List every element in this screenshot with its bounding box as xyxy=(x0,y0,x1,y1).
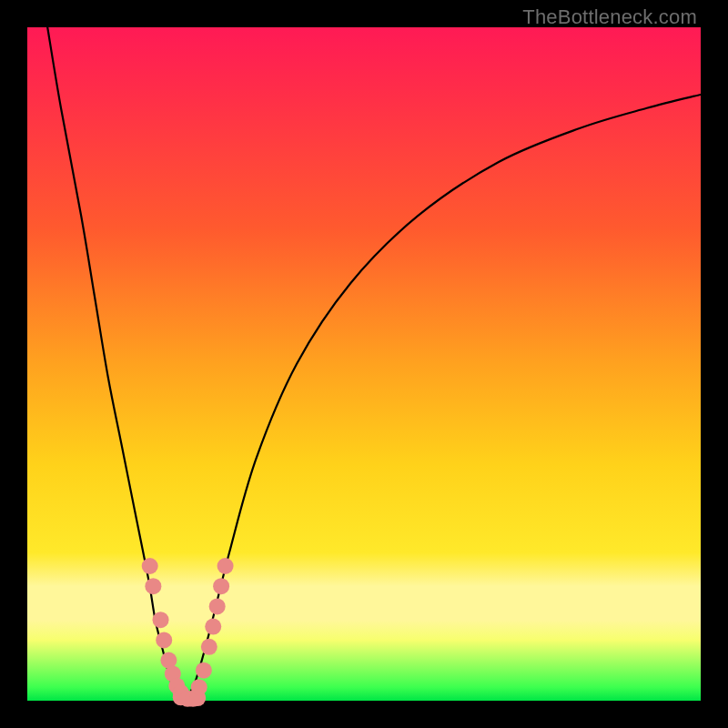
data-point xyxy=(191,679,207,695)
watermark-text: TheBottleneck.com xyxy=(522,5,697,29)
curves-svg xyxy=(27,27,701,701)
right-curve xyxy=(186,95,701,701)
data-point xyxy=(145,578,161,594)
data-point xyxy=(201,639,217,655)
data-point xyxy=(209,598,226,614)
left-curve xyxy=(47,27,186,701)
data-point xyxy=(142,558,158,574)
data-point xyxy=(217,558,234,574)
plot-area xyxy=(27,27,701,701)
data-points xyxy=(142,558,234,707)
chart-frame: TheBottleneck.com xyxy=(0,0,728,728)
data-point xyxy=(156,632,172,648)
data-point xyxy=(196,662,212,679)
data-point xyxy=(205,619,221,635)
data-point xyxy=(213,578,229,594)
data-point xyxy=(153,612,169,628)
